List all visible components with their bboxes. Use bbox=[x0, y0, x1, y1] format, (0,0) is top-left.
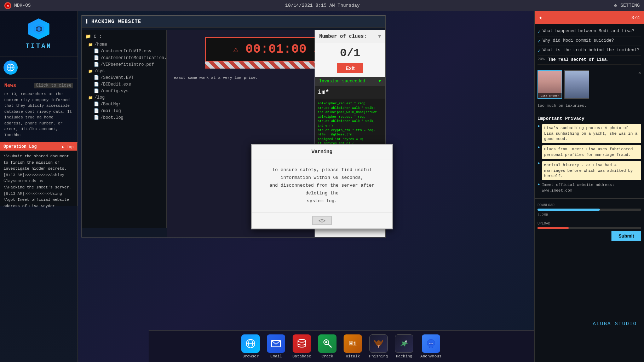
privacy-item-2: ● Clues from Imeet: Lisa uses fabricated… bbox=[537, 145, 641, 159]
privacy-yellow-3: Marital history - 3: Lisa had 4 marriage… bbox=[542, 161, 641, 180]
dock-item-crack[interactable]: Crack bbox=[318, 334, 337, 358]
tree-child-log: 📄/BootMgr 📄/maillog 📄/boot.log bbox=[85, 101, 163, 121]
dock-label-hitalk: Hitalk bbox=[346, 354, 360, 358]
dock-item-hitalk[interactable]: Hi Hitalk bbox=[344, 334, 362, 358]
svg-point-14 bbox=[298, 339, 306, 342]
os-icon: M bbox=[4, 2, 11, 9]
dock-icon-browser bbox=[241, 334, 260, 353]
svg-point-16 bbox=[325, 341, 327, 343]
download-label: DOWNLOAD bbox=[537, 203, 554, 207]
titan-text: TITAN bbox=[25, 42, 52, 49]
file-tree: 📁 C : 📁 /home 📄/customerInfoVIP.csv 📄/cu… bbox=[82, 30, 167, 228]
folder-icon-root: 📁 bbox=[85, 34, 91, 39]
op-log-title: Operation Log bbox=[4, 144, 37, 149]
folder-icon-home: 📁 bbox=[88, 42, 93, 47]
terminal-header: im* bbox=[315, 86, 385, 99]
privacy-yellow-2: Clues from Imeet: Lisa uses fabricated p… bbox=[542, 145, 641, 159]
op-log-expand[interactable]: ▶ Exp bbox=[62, 145, 74, 149]
privacy-item-4: ● Imeet official website address: www.im… bbox=[537, 182, 641, 193]
aluba-studio: ALUBA STUDIO bbox=[593, 321, 637, 327]
settings-area: ⚙ SETTING bbox=[614, 3, 640, 8]
left-sidebar: TITAN News Click to close er 13, researc… bbox=[0, 11, 78, 362]
dock-icon-anonymous bbox=[422, 334, 440, 353]
news-close-btn[interactable]: Click to close bbox=[34, 83, 73, 88]
settings-label[interactable]: SETTING bbox=[620, 3, 640, 8]
tree-child-sys: 📄/SecEvent.EVT 📄/BCDedit.exe 📄/config.sy… bbox=[85, 74, 163, 94]
os-name: MDK-OS bbox=[14, 3, 31, 8]
privacy-normal-4: Imeet official website address: www.imee… bbox=[542, 182, 641, 193]
dock-item-email[interactable]: Email bbox=[267, 334, 285, 358]
tree-root: 📁 C : bbox=[85, 34, 163, 39]
op-log-header: Operation Log ▶ Exp bbox=[0, 143, 77, 151]
warning-footer: ◁▷ bbox=[252, 212, 392, 229]
tree-item-exe[interactable]: 📄/BCDedit.exe bbox=[92, 81, 163, 88]
dock-item-database[interactable]: Database bbox=[292, 334, 311, 358]
dock-item-browser[interactable]: Browser bbox=[241, 334, 260, 358]
upload-fill bbox=[537, 227, 569, 229]
privacy-dot-3: ● bbox=[537, 161, 540, 165]
mission-item-1: ✓ What happened between Modi and Lisa? bbox=[537, 27, 641, 36]
check-icon-2: ✓ bbox=[537, 38, 540, 44]
download-progress: DOWNLOAD 1.2MB bbox=[537, 202, 641, 218]
mission-text-3: What is the truth behind the incident? bbox=[542, 47, 639, 53]
folder-icon-sys: 📁 bbox=[88, 69, 93, 74]
tree-item-pdf[interactable]: 📄/VIPbenefitsIntro.pdf bbox=[92, 61, 163, 68]
star-icon: ★ bbox=[539, 14, 542, 21]
desktop: TITAN News Click to close er 13, researc… bbox=[0, 11, 644, 362]
exit-button[interactable]: Exit bbox=[337, 63, 363, 73]
download-fill bbox=[537, 209, 600, 211]
op-log-line-2: [8:13 AM]>>>>>>>>>>>Ashley Claysonremind… bbox=[4, 172, 74, 185]
mission-text-2: Why did Modi commit suicide? bbox=[542, 38, 614, 44]
taskbar-left: M MDK-OS bbox=[4, 2, 31, 9]
dock-icon-hacking bbox=[395, 334, 413, 353]
char-name-label-1: Lisa Snyder bbox=[538, 93, 562, 98]
dock-icon-phishing bbox=[369, 334, 388, 353]
clues-dropdown-icon[interactable]: ▼ bbox=[378, 34, 381, 39]
dock-icon-database bbox=[293, 334, 311, 353]
important-privacy-section: Important Privacy ● Lisa's sunbathing ph… bbox=[535, 113, 644, 198]
char-portrait-2[interactable] bbox=[564, 70, 589, 99]
submit-area: DOWNLOAD 1.2MB UPLOAD Submit bbox=[535, 198, 644, 244]
clues-header: Number of clues: ▼ bbox=[315, 30, 385, 43]
svg-rect-5 bbox=[36, 28, 41, 30]
tree-item-log[interactable]: 📁 /log bbox=[85, 94, 163, 101]
tree-item-sys[interactable]: 📁 /sys bbox=[85, 68, 163, 74]
tree-child-home: 📄/customerInfoVIP.csv 📄/customerInfoModi… bbox=[85, 48, 163, 68]
tree-item-bootlog[interactable]: 📄/boot.log bbox=[92, 114, 163, 121]
tree-item-home[interactable]: 📁 /home bbox=[85, 41, 163, 48]
submit-button[interactable]: Submit bbox=[611, 231, 641, 241]
privacy-title: Important Privacy bbox=[537, 116, 641, 121]
tree-item-evt[interactable]: 📄/SecEvent.EVT bbox=[92, 74, 163, 81]
download-progress-bar bbox=[537, 209, 641, 211]
dock-label-hacking: Hacking bbox=[396, 354, 412, 358]
privacy-dot-1: ● bbox=[537, 124, 540, 128]
dock-item-anonymous[interactable]: Anonymous bbox=[420, 334, 441, 358]
dock-item-hacking[interactable]: Hacking bbox=[395, 334, 413, 358]
folder-icon-log: 📁 bbox=[88, 95, 93, 100]
char-portrait-active[interactable]: Lisa Snyder bbox=[537, 70, 562, 99]
tree-item-csv2[interactable]: 📄/customerInfoModification.csv bbox=[92, 54, 163, 61]
upload-label: UPLOAD bbox=[537, 222, 550, 226]
warning-close-btn[interactable]: ◁▷ bbox=[312, 216, 332, 225]
operation-log: Operation Log ▶ Exp \\Submit the shared … bbox=[0, 142, 77, 206]
terminal-logo: im* bbox=[318, 89, 329, 96]
svg-line-17 bbox=[328, 344, 331, 347]
warning-modal: Warning To ensure safety, please find us… bbox=[251, 144, 393, 229]
char-close-btn[interactable]: × bbox=[638, 70, 641, 76]
invasion-status-text: Invasion succeeded bbox=[319, 79, 365, 84]
dock-icon-crack bbox=[318, 334, 337, 353]
tree-item-csv1[interactable]: 📄/customerInfoVIP.csv bbox=[92, 48, 163, 54]
svg-point-18 bbox=[405, 340, 407, 343]
dock-item-phishing[interactable]: Phishing bbox=[369, 334, 388, 358]
news-section: News Click to close er 13, researchers a… bbox=[0, 78, 77, 142]
taskbar-bottom: Browser Email Database Crack Hi Hitalk bbox=[149, 330, 534, 362]
news-header: News Click to close bbox=[4, 83, 73, 88]
tree-item-maillog[interactable]: 📄/maillog bbox=[92, 107, 163, 114]
dock-label-anonymous: Anonymous bbox=[420, 354, 441, 358]
tree-item-bootmgr[interactable]: 📄/BootMgr bbox=[92, 101, 163, 107]
dock-icon-email bbox=[267, 334, 285, 353]
timer-text: 00:01:00 bbox=[246, 42, 307, 57]
check-icon-1: ✓ bbox=[537, 29, 540, 35]
mission-text-4: The real secret of Lisa. bbox=[548, 57, 609, 63]
tree-item-config[interactable]: 📄/config.sys bbox=[92, 88, 163, 94]
